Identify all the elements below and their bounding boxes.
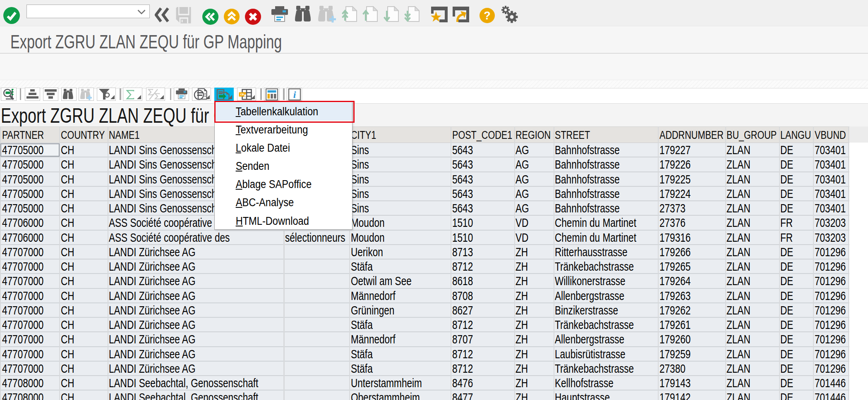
svg-text:?: ? [484,10,491,22]
svg-text:i: i [293,89,296,100]
